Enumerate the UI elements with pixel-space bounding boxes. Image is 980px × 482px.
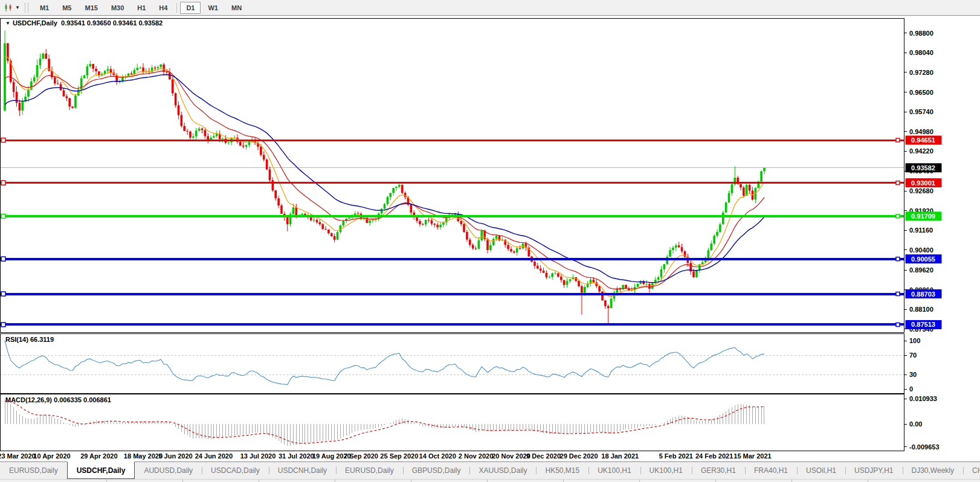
chart-type-dropdown-caret[interactable]: ▼ — [15, 5, 20, 10]
tab-ger30-h1[interactable]: GER30,H1 — [692, 462, 745, 479]
timeframe-button-h4[interactable]: H4 — [153, 2, 173, 14]
price-axis-label: 0.89620 — [909, 266, 933, 274]
rsi-panel[interactable]: 10070300 — [0, 333, 980, 394]
status-strip-notch — [411, 480, 411, 482]
price-axis-label: 0.88100 — [909, 306, 933, 313]
price-axis-label: 0.97280 — [909, 69, 933, 76]
svg-text:0.93001: 0.93001 — [911, 179, 935, 187]
line-handle-right[interactable] — [896, 257, 900, 261]
timeframe-button-d1[interactable]: D1 — [180, 2, 201, 14]
horizontal-line-0.87513[interactable] — [1, 323, 904, 327]
horizontal-line-0.93001[interactable] — [1, 181, 904, 185]
chart-tab-bar: EURUSD,DailyUSDCHF,DailyAUDUSD,DailyUSDC… — [0, 461, 980, 479]
line-handle-left[interactable] — [1, 138, 5, 143]
tab-dj30-weekly[interactable]: DJ30,Weekly — [903, 462, 963, 479]
status-strip-notch — [639, 480, 640, 482]
chart-title: ▼USDCHF,Daily 0.93541 0.93650 0.93461 0.… — [5, 19, 163, 27]
status-strip-notch — [487, 480, 488, 482]
macd-panel[interactable]: 0.0109330.00-0.009653 — [0, 394, 980, 451]
ma-line-slow — [5, 75, 764, 283]
tab-gbpusd-daily[interactable]: GBPUSD,Daily — [403, 462, 470, 479]
ma-line-fast — [5, 56, 764, 297]
tab-fra40-h1[interactable]: FRA40,H1 — [745, 462, 797, 479]
tab-usoil-h1[interactable]: USOil,H1 — [797, 462, 845, 479]
status-strip-notch — [106, 480, 107, 482]
chart-title-ohlc: 0.93541 0.93650 0.93461 0.93582 — [61, 19, 163, 27]
date-label: 7 Sep 2020 — [344, 452, 378, 460]
price-axis-label: 0.95740 — [909, 108, 933, 115]
date-label: 9 Dec 2020 — [526, 452, 561, 460]
line-handle-right[interactable] — [896, 138, 900, 142]
line-price-badge: 0.87513 — [906, 320, 942, 329]
tab-eurusd-daily[interactable]: EURUSD,Daily — [336, 462, 403, 479]
date-label: 5 Feb 2021 — [659, 452, 693, 460]
tab-china300-h1[interactable]: CHINA300,H1 — [963, 462, 980, 479]
tab-audusd-daily[interactable]: AUDUSD,Daily — [135, 462, 202, 479]
tab-eurusd-daily[interactable]: EURUSD,Daily — [0, 462, 67, 479]
symbol-dropdown-icon[interactable]: ▼ — [5, 21, 10, 26]
tab-uk100-h1[interactable]: UK100,H1 — [588, 462, 640, 479]
tab-uk100-h1[interactable]: UK100,H1 — [640, 462, 692, 479]
horizontal-line-0.88703[interactable] — [1, 292, 904, 296]
timeframe-button-m5[interactable]: M5 — [56, 2, 77, 14]
line-price-badge: 0.93001 — [906, 178, 942, 187]
main-price-chart[interactable]: 0.988000.980400.972800.965000.957400.949… — [0, 16, 980, 333]
timeframe-button-w1[interactable]: W1 — [202, 2, 224, 14]
timeframe-toolbar: ▼ M1M5M15M30H1H4D1W1MN — [0, 0, 980, 16]
timeframe-button-m1[interactable]: M1 — [34, 2, 55, 14]
price-axis-label: 0.98800 — [909, 30, 933, 37]
status-strip — [0, 479, 980, 482]
status-strip-notch — [259, 480, 259, 482]
status-strip-notch — [182, 480, 183, 482]
line-handle-left[interactable] — [1, 292, 5, 296]
tab-hk50-m15[interactable]: HK50,M15 — [536, 462, 588, 479]
date-label: 13 Jul 2020 — [240, 452, 276, 460]
chart-border — [1, 19, 904, 333]
date-label: 18 Jan 2021 — [601, 452, 639, 460]
date-axis[interactable]: 23 Mar 202010 Apr 202029 Apr 202018 May … — [0, 451, 904, 461]
timeframe-button-mn[interactable]: MN — [225, 2, 248, 14]
date-label: 5 Jun 2020 — [158, 452, 192, 460]
line-handle-left[interactable] — [1, 257, 5, 261]
timeframe-buttons: M1M5M15M30H1H4D1W1MN — [33, 2, 248, 14]
macd-axis-label: 0.00 — [909, 420, 922, 428]
price-axis-label: 0.94980 — [909, 128, 933, 135]
timeframe-button-m15[interactable]: M15 — [79, 2, 103, 14]
svg-text:0.91709: 0.91709 — [911, 213, 935, 220]
timeframe-button-m30[interactable]: M30 — [105, 2, 130, 14]
tab-usdjpy-h1[interactable]: USDJPY,H1 — [845, 462, 902, 479]
line-handle-left[interactable] — [1, 323, 5, 327]
candlestick-chart-icon[interactable] — [2, 2, 15, 13]
date-label: 25 Sep 2020 — [380, 452, 418, 460]
tab-usdcad-daily[interactable]: USDCAD,Daily — [202, 462, 269, 479]
macd-indicator-label: MACD(12,26,9) 0.006335 0.006861 — [5, 396, 111, 403]
line-price-badge: 0.90055 — [906, 254, 942, 263]
horizontal-line-0.90055[interactable] — [1, 257, 904, 261]
rsi-axis-label: 70 — [909, 352, 917, 359]
line-handle-left[interactable] — [1, 214, 5, 218]
date-label: 29 Apr 2020 — [80, 452, 117, 460]
line-handle-left[interactable] — [1, 181, 5, 185]
line-handle-right[interactable] — [896, 292, 900, 296]
line-price-badge: 0.91709 — [906, 211, 942, 220]
price-axis-label: 0.92680 — [909, 187, 933, 194]
tab-xauusd-daily[interactable]: XAUUSD,Daily — [469, 462, 536, 479]
chart-title-symbol: USDCHF,Daily — [13, 19, 57, 27]
candlestick-series — [4, 30, 766, 323]
price-axis-label: 0.98040 — [909, 49, 933, 56]
date-label: 10 Apr 2020 — [33, 452, 70, 460]
line-handle-right[interactable] — [896, 214, 900, 218]
timeframe-button-h1[interactable]: H1 — [131, 2, 152, 14]
tab-usdchf-daily[interactable]: USDCHF,Daily — [67, 461, 135, 479]
line-handle-right[interactable] — [896, 181, 900, 185]
tab-usdcnh-daily[interactable]: USDCNH,Daily — [269, 462, 336, 479]
toolbar-grip[interactable] — [25, 3, 28, 13]
status-strip-notch — [791, 480, 792, 482]
line-price-badge: 0.94651 — [906, 136, 942, 145]
horizontal-line-0.94651[interactable] — [1, 138, 904, 143]
line-handle-right[interactable] — [896, 323, 900, 326]
date-label: 24 Feb 2021 — [695, 452, 733, 460]
status-strip-notch — [715, 480, 716, 482]
rsi-indicator-label: RSI(14) 66.3119 — [5, 336, 54, 343]
date-label: 20 Nov 2020 — [492, 452, 530, 460]
